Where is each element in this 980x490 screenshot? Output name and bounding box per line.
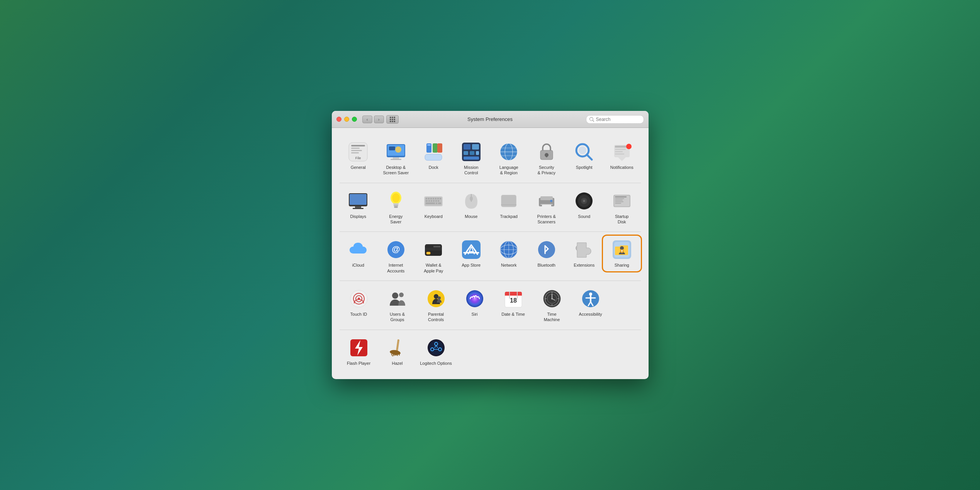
extensions-label: Extensions (574, 262, 594, 268)
pref-item-time-machine[interactable]: TimeMachine (533, 285, 571, 326)
pref-item-trackpad[interactable]: Trackpad (490, 187, 528, 222)
pref-item-sound[interactable]: Sound (566, 187, 603, 222)
search-box[interactable] (586, 115, 644, 124)
svg-rect-21 (425, 154, 442, 160)
pref-item-siri[interactable]: Siri (455, 285, 494, 320)
svg-rect-64 (426, 198, 427, 199)
pref-item-security-privacy[interactable]: Security& Privacy (528, 138, 566, 179)
preferences-content: File General Desktop &Sc (332, 128, 649, 379)
svg-rect-32 (464, 157, 479, 160)
pref-item-spotlight[interactable]: Spotlight (566, 138, 603, 173)
row-internet: iCloud @ InternetAccounts (340, 232, 641, 281)
pref-item-users-groups[interactable]: Users &Groups (378, 285, 417, 326)
svg-text:A: A (467, 245, 475, 257)
pref-item-startup-disk[interactable]: StartupDisk (603, 187, 641, 228)
pref-item-dock[interactable]: Dock (415, 138, 453, 173)
svg-rect-19 (389, 146, 395, 150)
wallet-applepay-label: Wallet &Apple Pay (424, 262, 443, 274)
pref-item-flash-player[interactable]: Flash Player (340, 334, 378, 369)
pref-item-extensions[interactable]: Extensions (566, 236, 603, 271)
pref-item-keyboard[interactable]: Keyboard (415, 187, 453, 222)
pref-item-logitech-options[interactable]: Logitech Options (417, 334, 455, 369)
svg-rect-88 (542, 205, 551, 209)
svg-rect-61 (394, 206, 398, 208)
svg-point-135 (399, 293, 404, 297)
svg-rect-56 (353, 208, 363, 209)
grid-view-button[interactable] (386, 115, 399, 124)
app-store-label: App Store (462, 262, 481, 268)
startup-disk-icon (611, 190, 633, 212)
siri-icon (464, 288, 486, 310)
svg-rect-11 (351, 148, 360, 149)
svg-rect-18 (391, 159, 401, 160)
svg-rect-96 (615, 196, 627, 197)
hazel-label: Hazel (392, 361, 403, 366)
pref-item-mission-control[interactable]: MissionControl (452, 138, 490, 179)
pref-item-energy-saver[interactable]: EnergySaver (377, 187, 415, 228)
svg-point-133 (358, 298, 360, 300)
svg-line-167 (391, 354, 393, 356)
siri-label: Siri (472, 311, 478, 317)
maximize-button[interactable] (352, 117, 357, 122)
svg-rect-7 (392, 121, 393, 122)
parental-controls-label: ParentalControls (428, 311, 444, 323)
network-icon (498, 239, 520, 260)
pref-item-network[interactable]: Network (490, 236, 528, 271)
back-button[interactable]: ‹ (362, 116, 372, 123)
pref-item-icloud[interactable]: iCloud (340, 236, 377, 271)
svg-rect-76 (438, 200, 439, 202)
pref-item-language-region[interactable]: Language& Region (490, 138, 528, 179)
svg-point-93 (583, 200, 585, 202)
minimize-button[interactable] (344, 117, 349, 122)
pref-item-general[interactable]: File General (340, 138, 377, 173)
pref-item-date-time[interactable]: ● ● 18 Date & Time (494, 285, 533, 320)
pref-item-internet-accounts[interactable]: @ InternetAccounts (377, 236, 415, 277)
pref-item-sharing[interactable]: ⬆ Sharing (603, 236, 641, 271)
svg-rect-0 (390, 117, 391, 118)
svg-rect-107 (433, 246, 440, 247)
svg-text:⬆: ⬆ (621, 250, 623, 252)
close-button[interactable] (336, 117, 341, 122)
svg-rect-8 (394, 121, 395, 122)
pref-item-touch-id[interactable]: Touch ID (340, 285, 378, 320)
pref-item-printers-scanners[interactable]: Printers &Scanners (528, 187, 566, 228)
svg-rect-12 (351, 150, 362, 151)
icloud-label: iCloud (352, 262, 364, 268)
date-time-icon: ● ● 18 (503, 288, 524, 310)
svg-text:@: @ (392, 244, 400, 254)
titlebar: ‹ › System Preferences (332, 111, 649, 128)
forward-button[interactable]: › (374, 116, 384, 123)
pref-item-displays[interactable]: Displays (340, 187, 377, 222)
spotlight-icon (573, 141, 595, 163)
svg-rect-2 (394, 117, 395, 118)
security-privacy-icon (536, 141, 557, 163)
row-other: Flash Player (340, 330, 641, 373)
pref-item-bluetooth[interactable]: Bluetooth (528, 236, 566, 271)
svg-rect-73 (431, 200, 432, 202)
pref-item-wallet-applepay[interactable]: Wallet &Apple Pay (415, 236, 453, 277)
pref-item-notifications[interactable]: Notifications (603, 138, 641, 173)
pref-item-desktop-screensaver[interactable]: Desktop &Screen Saver (377, 138, 415, 179)
svg-rect-79 (438, 202, 441, 204)
svg-rect-75 (435, 200, 437, 202)
mouse-icon (460, 190, 482, 212)
energy-saver-label: EnergySaver (389, 214, 403, 225)
svg-point-81 (470, 196, 473, 201)
pref-item-mouse[interactable]: Mouse (452, 187, 490, 222)
row-hardware: Displays EnergySaver (340, 183, 641, 232)
pref-item-app-store[interactable]: A App Store (452, 236, 490, 271)
svg-rect-27 (464, 144, 470, 150)
pref-item-parental-controls[interactable]: ParentalControls (417, 285, 455, 326)
svg-text:File: File (355, 156, 361, 160)
users-groups-icon (387, 288, 408, 310)
pref-item-hazel[interactable]: Hazel (378, 334, 417, 369)
dock-icon (423, 141, 444, 163)
svg-rect-72 (428, 200, 430, 202)
extensions-icon (573, 239, 595, 260)
search-input[interactable] (596, 117, 640, 122)
svg-rect-5 (394, 119, 395, 120)
pref-item-accessibility[interactable]: Accessibility (571, 285, 610, 320)
mission-control-label: MissionControl (464, 165, 478, 176)
svg-point-45 (579, 146, 586, 154)
svg-point-138 (438, 296, 441, 299)
